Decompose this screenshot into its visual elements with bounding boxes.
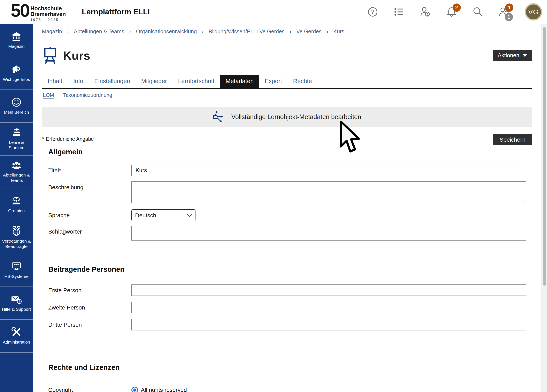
titel-required-asterisk: * <box>59 168 61 174</box>
erste-person-input[interactable] <box>131 284 526 296</box>
globe-people-icon <box>11 226 21 236</box>
tab-export[interactable]: Export <box>259 75 288 88</box>
breadcrumb-separator: › <box>202 28 204 35</box>
sidebar-item-abteilungen-teams[interactable]: Abteilungen & Teams <box>0 155 33 189</box>
tab-rechte[interactable]: Rechte <box>287 75 317 88</box>
tab-lernfortschritt[interactable]: Lernfortschritt <box>172 75 220 88</box>
zweite-person-label: Zweite Person <box>48 302 131 311</box>
tab-bar: Inhalt Info Einstellungen Mitglieder Ler… <box>42 75 532 89</box>
vertical-scrollbar[interactable] <box>541 24 547 392</box>
svg-text:***: *** <box>14 263 19 267</box>
course-icon <box>42 46 58 64</box>
schlagwoerter-label: Schlagwörter <box>48 226 131 235</box>
copyright-radio[interactable] <box>131 387 138 392</box>
app-header: 50 Hochschule Bremerhaven 1975 – 2025 Le… <box>0 0 547 24</box>
required-note: *Erforderliche Angabe <box>42 134 94 142</box>
breadcrumb-item-bildung-wissen[interactable]: Bildung/Wissen/ELLI Ve Gerdes <box>209 28 285 35</box>
beschreibung-label: Beschreibung <box>48 182 131 191</box>
erste-person-label: Erste Person <box>48 284 131 294</box>
copyright-option-label: All rights reserved <box>141 387 187 392</box>
caret-down-icon <box>523 54 527 57</box>
sprache-select[interactable]: Deutsch <box>131 209 195 221</box>
list-icon <box>393 6 404 17</box>
section-heading-allgemein: Allgemein <box>48 148 532 156</box>
books-icon <box>12 128 21 137</box>
zweite-person-input[interactable] <box>131 302 526 313</box>
edit-full-metadata-link[interactable]: Vollständige Lernobjekt-Metadaten bearbe… <box>42 107 532 127</box>
radio-dot <box>133 389 136 392</box>
dritte-person-input[interactable] <box>131 319 526 331</box>
sidebar-item-lehre-studium[interactable]: Lehre & Studium <box>0 123 33 155</box>
tab-mitglieder[interactable]: Mitglieder <box>136 75 172 88</box>
tab-inhalt[interactable]: Inhalt <box>42 75 68 88</box>
logo-line1: Hochschule <box>30 6 66 11</box>
sidebar-item-hs-systeme[interactable]: *** HS-Systeme <box>0 254 33 287</box>
contacts-button[interactable]: 1 1 <box>499 6 510 17</box>
breadcrumb-separator: › <box>327 28 328 35</box>
subtab-lom[interactable]: LOM <box>43 92 54 98</box>
help-button[interactable]: ? <box>367 6 378 17</box>
titel-label: Titel* <box>48 165 131 174</box>
page-title: Kurs <box>63 49 90 62</box>
contacts-badge-top: 1 <box>505 3 513 12</box>
megaphone-icon <box>11 64 21 74</box>
user-alert-icon <box>420 6 431 18</box>
save-button[interactable]: Speichern <box>493 134 532 145</box>
breadcrumb-item-ve-gerdes[interactable]: Ve Gerdes <box>296 28 321 35</box>
university-logo[interactable]: 50 Hochschule Bremerhaven 1975 – 2025 <box>11 2 66 22</box>
user-avatar[interactable]: VG <box>525 3 542 20</box>
mail-question-icon: ? <box>11 294 22 304</box>
people-group-icon <box>11 161 21 170</box>
logo-line2: Bremerhaven <box>30 11 66 17</box>
breadcrumb-separator: › <box>289 28 291 35</box>
subtab-taxonomiezuordnung[interactable]: Taxonomiezuordnung <box>63 92 112 98</box>
dritte-person-label: Dritte Person <box>48 319 131 328</box>
tab-info[interactable]: Info <box>68 75 89 88</box>
titel-input[interactable] <box>131 165 526 176</box>
sidebar-item-gremien[interactable]: Gremien <box>0 189 33 221</box>
sidebar-item-wichtige-infos[interactable]: Wichtige Infos <box>0 57 33 90</box>
notifications-button[interactable]: 2 <box>446 6 457 17</box>
sidebar-item-administration[interactable]: Administration <box>0 320 33 353</box>
smiley-icon <box>12 97 21 107</box>
main-menu-button[interactable] <box>393 6 404 17</box>
banner-label: Vollständige Lernobjekt-Metadaten bearbe… <box>231 113 361 121</box>
section-heading-rechte: Rechte und Lizenzen <box>48 363 532 372</box>
sidebar-item-hilfe-support[interactable]: ? Hilfe & Support <box>0 287 33 320</box>
sprache-label: Sprache <box>48 209 131 219</box>
breadcrumb: Magazin › Abteilungen & Teams › Organisa… <box>33 24 541 39</box>
section-divider <box>42 249 532 249</box>
schlagwoerter-input[interactable] <box>131 226 526 241</box>
search-button[interactable] <box>472 6 483 17</box>
section-heading-beitragende: Beitragende Personen <box>48 265 532 273</box>
breadcrumb-item-abteilungen[interactable]: Abteilungen & Teams <box>74 28 124 35</box>
breadcrumb-item-magazin[interactable]: Magazin <box>42 28 62 35</box>
scrollbar-thumb[interactable] <box>543 27 546 286</box>
committee-icon <box>11 196 21 206</box>
sidebar-item-vertretungen[interactable]: Vertretungen & Beauftragte <box>0 221 33 254</box>
breadcrumb-separator: › <box>67 28 69 35</box>
awareness-button[interactable] <box>420 6 431 17</box>
beschreibung-textarea[interactable] <box>131 182 526 203</box>
actions-button[interactable]: Aktionen <box>493 50 532 61</box>
monitor-password-icon: *** <box>11 262 21 271</box>
header-icon-bar: ? 2 1 1 VG <box>367 3 542 20</box>
required-asterisk: * <box>42 136 44 142</box>
notifications-badge: 2 <box>452 3 461 12</box>
sidebar-item-magazin[interactable]: Magazin <box>0 24 33 57</box>
breadcrumb-separator: › <box>129 28 131 35</box>
tools-icon <box>12 327 21 337</box>
contacts-badge-bottom: 1 <box>505 13 513 21</box>
breadcrumb-item-kurs[interactable]: Kurs <box>333 28 344 35</box>
help-icon: ? <box>367 6 378 17</box>
copyright-label: Copyright <box>48 387 131 392</box>
app-title: Lernplattform ELLI <box>82 7 150 16</box>
main-content: Magazin › Abteilungen & Teams › Organisa… <box>33 24 541 392</box>
tab-metadaten[interactable]: Metadaten <box>220 75 259 88</box>
share-network-icon <box>213 111 226 123</box>
sidebar-item-mein-bereich[interactable]: Mein Bereich <box>0 90 33 123</box>
section-divider <box>42 348 532 348</box>
breadcrumb-item-organisationsentwicklung[interactable]: Organisationsentwicklung <box>136 28 197 35</box>
subtab-bar: LOM Taxonomiezuordnung <box>42 92 532 98</box>
tab-einstellungen[interactable]: Einstellungen <box>89 75 136 88</box>
